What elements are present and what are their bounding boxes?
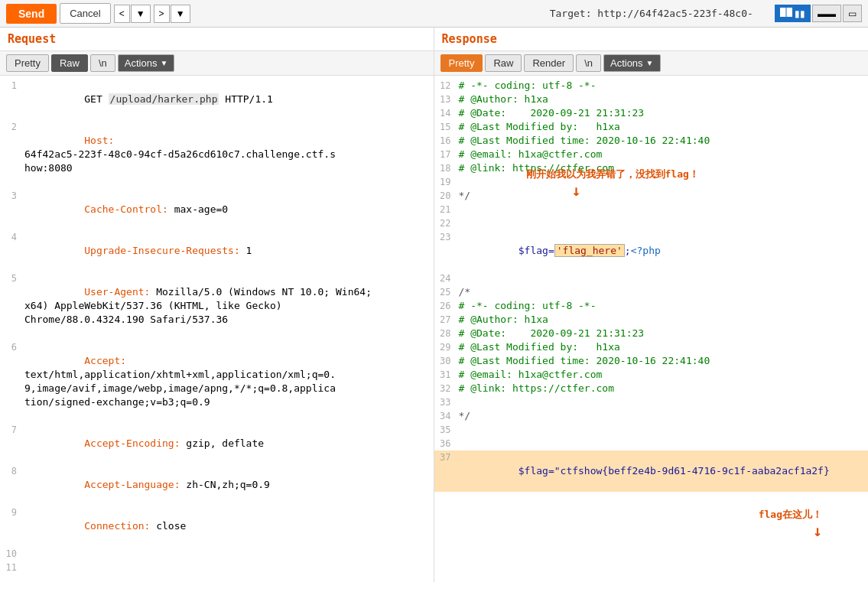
table-row: 36 xyxy=(434,437,869,450)
nav-forward-down-button[interactable]: ▼ xyxy=(171,5,190,23)
send-button[interactable]: Send xyxy=(6,4,57,24)
request-actions-dropdown[interactable]: Actions ▼ xyxy=(118,54,175,72)
table-row: 1 GET /upload/harker.php HTTP/1.1 xyxy=(0,79,434,120)
table-row: 33 xyxy=(434,395,869,409)
table-row: 8 Accept-Language: zh-CN,zh;q=0.9 xyxy=(0,464,434,506)
table-row: 27 # @Author: h1xa xyxy=(434,313,869,327)
table-row: 13 # @Author: h1xa xyxy=(434,93,869,106)
table-row: 12 # -*- coding: utf-8 -*- xyxy=(434,79,869,93)
table-row: 15 # @Last Modified by: h1xa xyxy=(434,120,869,134)
view-split-v-button[interactable]: ▬▬ xyxy=(812,5,841,22)
table-row: 20 */ xyxy=(434,189,869,203)
flag-here-row: 23 $flag='flag_here';<?php xyxy=(434,230,869,272)
table-row: 18 # @link: https://ctfer.com xyxy=(434,161,869,175)
request-code-area[interactable]: 1 GET /upload/harker.php HTTP/1.1 2 Host… xyxy=(0,76,434,582)
topbar-left: Send Cancel < ▼ > ▼ xyxy=(6,3,190,24)
response-pretty-tab[interactable]: Pretty xyxy=(441,54,483,72)
nav-back-down-button[interactable]: ▼ xyxy=(131,5,151,23)
view-split-h-button[interactable]: ▮▮ xyxy=(775,5,811,22)
nav-back-group: < ▼ xyxy=(114,5,151,23)
nav-forward-group: > ▼ xyxy=(154,5,190,23)
topbar: Send Cancel < ▼ > ▼ Target: http://64f42… xyxy=(0,0,868,28)
response-render-tab[interactable]: Render xyxy=(524,54,574,72)
table-row: 25 /* xyxy=(434,285,869,299)
table-row: 35 xyxy=(434,423,869,437)
table-row: 28 # @Date: 2020-09-21 21:31:23 xyxy=(434,327,869,340)
table-row: 26 # -*- coding: utf-8 -*- xyxy=(434,299,869,313)
nav-forward-button[interactable]: > xyxy=(154,5,170,23)
table-row: 5 User-Agent: Mozilla/5.0 (Windows NT 10… xyxy=(0,272,434,340)
response-title: Response xyxy=(434,28,869,50)
table-row: 7 Accept-Encoding: gzip, deflate xyxy=(0,423,434,464)
svg-rect-1 xyxy=(787,8,792,17)
table-row: 30 # @Last Modified time: 2020-10-16 22:… xyxy=(434,354,869,368)
table-row: 21 xyxy=(434,203,869,216)
request-raw-tab[interactable]: Raw xyxy=(51,54,88,72)
response-toolbar: Pretty Raw Render \n Actions ▼ xyxy=(434,50,869,76)
response-actions-dropdown[interactable]: Actions ▼ xyxy=(603,54,661,72)
request-newline-tab[interactable]: \n xyxy=(90,54,115,72)
request-title: Request xyxy=(0,28,434,50)
table-row: 17 # @email: h1xa@ctfer.com xyxy=(434,148,869,161)
flag-real-row: 37 $flag="ctfshow{beff2e4b-9d61-4716-9c1… xyxy=(434,450,869,492)
response-panel: Response Pretty Raw Render \n Actions ▼ … xyxy=(434,28,869,582)
table-row: 24 xyxy=(434,272,869,285)
table-row: 10 xyxy=(0,547,434,561)
table-row: 16 # @Last Modified time: 2020-10-16 22:… xyxy=(434,134,869,148)
annotation-2: flag在这儿！ ↓ xyxy=(759,508,822,540)
request-toolbar: Pretty Raw \n Actions ▼ xyxy=(0,50,434,76)
table-row: 3 Cache-Control: max-age=0 xyxy=(0,189,434,230)
table-row: 14 # @Date: 2020-09-21 21:31:23 xyxy=(434,106,869,120)
cancel-button[interactable]: Cancel xyxy=(60,3,110,24)
table-row: 9 Connection: close xyxy=(0,506,434,547)
table-row: 32 # @link: https://ctfer.com xyxy=(434,382,869,395)
response-code-area[interactable]: 刚开始我以为我弄错了，没找到flag！ ↓ 12 # -*- coding: u… xyxy=(434,76,869,582)
request-panel: Request Pretty Raw \n Actions ▼ 1 GET /u… xyxy=(0,28,434,582)
table-row: 22 xyxy=(434,216,869,230)
table-row: 19 xyxy=(434,175,869,189)
table-row: 29 # @Last Modified by: h1xa xyxy=(434,340,869,354)
target-url: Target: http://64f42ac5-223f-48c0- ▮▮ ▬▬… xyxy=(550,5,862,22)
nav-back-button[interactable]: < xyxy=(114,5,130,23)
table-row: 6 Accept: text/html,application/xhtml+xm… xyxy=(0,340,434,423)
response-raw-tab[interactable]: Raw xyxy=(485,54,522,72)
svg-rect-0 xyxy=(780,8,785,17)
table-row: 11 xyxy=(0,561,434,574)
table-row: 31 # @email: h1xa@ctfer.com xyxy=(434,368,869,382)
table-row: 2 Host: 64f42ac5-223f-48c0-94cf-d5a26cd6… xyxy=(0,120,434,189)
response-newline-tab[interactable]: \n xyxy=(576,54,601,72)
view-single-button[interactable]: ▭ xyxy=(843,5,862,22)
table-row: 4 Upgrade-Insecure-Requests: 1 xyxy=(0,230,434,272)
request-pretty-tab[interactable]: Pretty xyxy=(6,54,49,72)
table-row: 34 */ xyxy=(434,409,869,423)
